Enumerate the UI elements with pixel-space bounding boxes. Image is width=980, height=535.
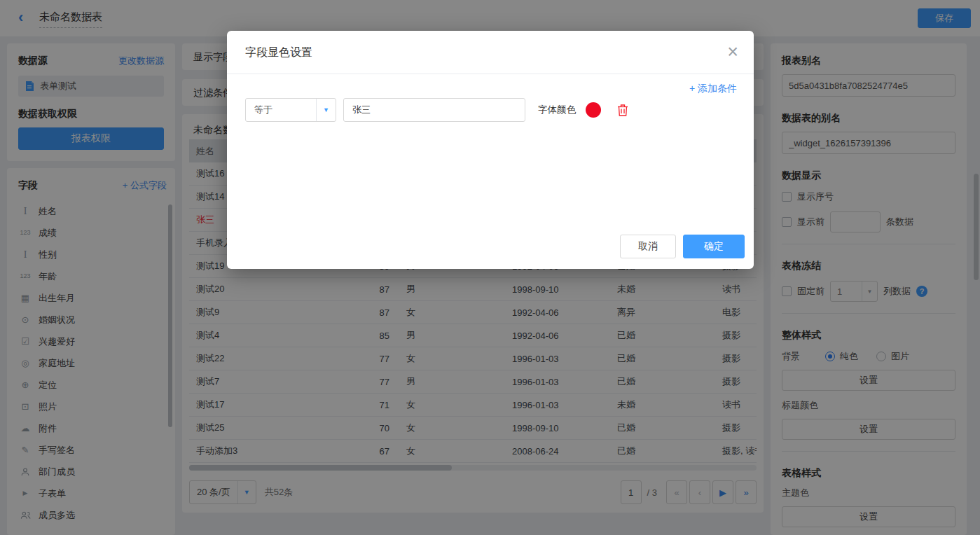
chevron-down-icon: ▼ — [316, 99, 336, 121]
close-icon[interactable]: × — [727, 41, 738, 63]
trash-icon[interactable] — [616, 104, 629, 117]
operator-value: 等于 — [246, 104, 316, 116]
add-condition-link[interactable]: + 添加条件 — [689, 83, 737, 95]
modal-title: 字段显色设置 — [227, 31, 754, 74]
condition-value-input[interactable] — [343, 98, 525, 122]
color-swatch[interactable] — [586, 102, 601, 118]
field-color-modal: 字段显色设置 × + 添加条件 等于 ▼ 字体颜色 取消 确定 — [227, 31, 754, 269]
ok-button[interactable]: 确定 — [683, 235, 745, 258]
cancel-button[interactable]: 取消 — [620, 235, 676, 258]
operator-select[interactable]: 等于 ▼ — [245, 98, 336, 122]
font-color-label: 字体颜色 — [538, 104, 576, 116]
condition-row: 等于 ▼ 字体颜色 — [245, 98, 629, 122]
